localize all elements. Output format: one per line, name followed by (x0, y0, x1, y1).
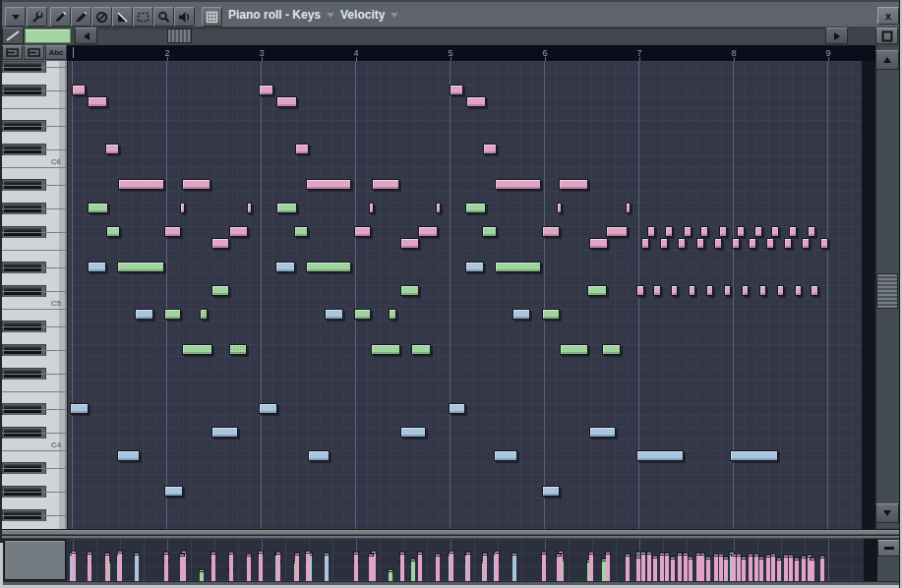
note[interactable] (557, 203, 562, 213)
velocity-bar[interactable] (436, 556, 440, 581)
note[interactable] (180, 203, 185, 213)
note[interactable] (820, 238, 828, 249)
note[interactable] (106, 226, 120, 237)
velocity-bar[interactable] (766, 557, 770, 581)
velocity-bar[interactable] (369, 556, 373, 581)
note[interactable] (771, 226, 779, 237)
velocity-handle[interactable] (399, 552, 405, 555)
note[interactable] (542, 486, 560, 497)
velocity-handle[interactable] (635, 556, 641, 559)
note[interactable] (759, 285, 766, 296)
note[interactable] (182, 344, 212, 355)
note[interactable] (660, 238, 668, 249)
velocity-handle[interactable] (324, 553, 330, 556)
velocity-bar[interactable] (295, 555, 299, 581)
velocity-handle[interactable] (783, 555, 789, 558)
velocity-handle[interactable] (199, 569, 205, 572)
note[interactable] (449, 403, 465, 414)
velocity-handle[interactable] (765, 555, 771, 558)
velocity-bar[interactable] (411, 560, 415, 581)
velocity-handle[interactable] (659, 553, 665, 556)
velocity-handle[interactable] (134, 553, 140, 556)
velocity-bar[interactable] (749, 556, 752, 581)
vertical-scroll-thumb[interactable] (876, 273, 898, 309)
note[interactable] (211, 238, 229, 249)
note[interactable] (465, 262, 484, 272)
note[interactable] (636, 285, 644, 296)
note[interactable] (706, 285, 713, 296)
note[interactable] (105, 144, 119, 154)
note[interactable] (259, 85, 273, 95)
velocity-handle[interactable] (87, 552, 92, 555)
note[interactable] (400, 285, 419, 296)
velocity-bar[interactable] (771, 556, 775, 581)
velocity-handle[interactable] (705, 557, 711, 559)
velocity-handle[interactable] (258, 551, 264, 554)
velocity-handle[interactable] (731, 554, 737, 557)
note[interactable] (749, 238, 756, 249)
window-resize-edge[interactable] (0, 543, 3, 588)
velocity-handle[interactable] (758, 557, 764, 559)
note[interactable] (560, 344, 588, 355)
velocity-handle[interactable] (688, 557, 693, 559)
note[interactable] (626, 203, 631, 213)
velocity-handle[interactable] (640, 552, 646, 555)
velocity-bar[interactable] (259, 553, 263, 581)
velocity-handle[interactable] (695, 553, 701, 556)
note[interactable] (789, 226, 797, 237)
note[interactable] (247, 203, 252, 213)
note[interactable] (294, 226, 308, 237)
note[interactable] (732, 238, 740, 249)
note[interactable] (678, 238, 686, 249)
velocity-bar[interactable] (696, 555, 700, 581)
vertical-scrollbar[interactable] (875, 45, 899, 529)
scroll-up-button[interactable] (875, 50, 899, 70)
velocity-bar[interactable] (88, 554, 91, 581)
note[interactable] (808, 226, 815, 237)
note[interactable] (714, 238, 722, 249)
note[interactable] (784, 238, 792, 249)
playback-button[interactable] (174, 7, 195, 27)
velocity-bar[interactable] (724, 559, 728, 581)
velocity-handle[interactable] (435, 554, 441, 557)
velocity-handle[interactable] (449, 551, 454, 554)
note[interactable] (512, 309, 530, 320)
velocity-bar[interactable] (714, 556, 718, 581)
velocity-handle[interactable] (465, 552, 471, 555)
slice-button[interactable] (112, 7, 133, 27)
note[interactable] (400, 238, 419, 249)
velocity-handle[interactable] (810, 558, 815, 560)
note[interactable] (276, 96, 297, 107)
note[interactable] (164, 309, 181, 320)
velocity-bar[interactable] (276, 554, 280, 581)
note[interactable] (641, 238, 649, 249)
note[interactable] (117, 262, 164, 272)
velocity-handle[interactable] (556, 554, 562, 557)
velocity-handle[interactable] (482, 553, 488, 556)
note[interactable] (70, 403, 89, 414)
velocity-bar[interactable] (606, 554, 610, 581)
velocity-bar[interactable] (653, 558, 657, 581)
note[interactable] (164, 226, 181, 237)
note[interactable] (483, 144, 497, 154)
velocity-bar[interactable] (418, 554, 422, 581)
note[interactable] (542, 226, 560, 237)
velocity-bar[interactable] (671, 559, 675, 581)
velocity-bar[interactable] (118, 553, 122, 581)
note[interactable] (229, 344, 247, 355)
note[interactable] (295, 144, 309, 154)
note[interactable] (117, 450, 140, 461)
velocity-handle[interactable] (163, 552, 169, 555)
note[interactable] (450, 85, 463, 95)
velocity-bar[interactable] (325, 555, 329, 581)
velocity-handle[interactable] (417, 552, 423, 555)
scroll-left-button[interactable] (75, 28, 97, 44)
velocity-handle[interactable] (776, 558, 782, 560)
velocity-handle[interactable] (683, 553, 689, 556)
note[interactable] (495, 262, 541, 272)
horizontal-scroll-thumb[interactable] (167, 29, 192, 43)
velocity-handle[interactable] (275, 552, 281, 555)
draw-button[interactable] (50, 7, 71, 27)
note[interactable] (325, 309, 343, 320)
velocity-handle[interactable] (794, 558, 800, 560)
